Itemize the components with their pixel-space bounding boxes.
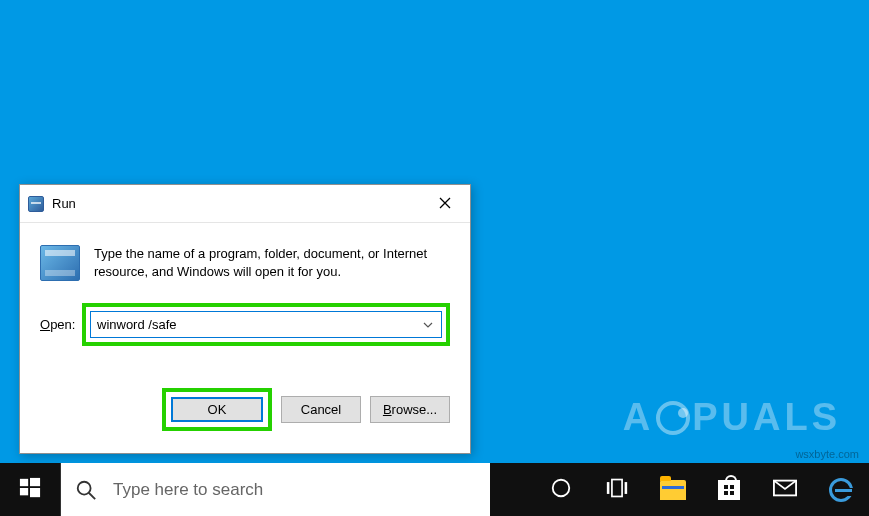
folder-icon (660, 480, 686, 500)
windows-logo-icon (19, 477, 41, 502)
button-row: OK Cancel Browse... (40, 388, 450, 431)
titlebar[interactable]: Run (20, 185, 470, 223)
watermark-right: PUALS (692, 396, 841, 439)
mail-icon (773, 476, 797, 503)
search-box[interactable]: Type here to search (60, 463, 490, 516)
run-large-icon (40, 245, 80, 281)
svg-rect-13 (730, 491, 734, 495)
svg-rect-2 (20, 488, 28, 495)
watermark-o-icon (656, 401, 690, 435)
svg-rect-8 (612, 480, 622, 497)
cancel-button[interactable]: Cancel (281, 396, 361, 423)
edge-browser-button[interactable] (813, 463, 869, 516)
window-title: Run (52, 196, 76, 211)
microsoft-store-button[interactable] (701, 463, 757, 516)
taskbar: Type here to search (0, 463, 869, 516)
run-description: Type the name of a program, folder, docu… (94, 245, 450, 281)
ok-button-highlight: OK (162, 388, 272, 431)
dialog-body: Type the name of a program, folder, docu… (20, 223, 470, 431)
close-icon (439, 195, 451, 212)
svg-rect-0 (20, 479, 28, 486)
svg-rect-11 (730, 485, 734, 489)
search-icon (75, 479, 97, 501)
open-label: Open: (40, 317, 82, 332)
search-placeholder: Type here to search (113, 480, 263, 500)
mail-button[interactable] (757, 463, 813, 516)
svg-point-6 (553, 480, 570, 497)
svg-point-4 (78, 481, 91, 494)
browse-button[interactable]: Browse... (370, 396, 450, 423)
run-dialog: Run Type the name of a program, folder, … (19, 184, 471, 454)
svg-rect-12 (724, 491, 728, 495)
watermark: A PUALS (623, 396, 841, 439)
edge-icon (829, 478, 853, 502)
store-bag-icon (718, 480, 740, 500)
open-combobox[interactable] (90, 311, 442, 338)
run-app-icon (28, 196, 44, 212)
svg-rect-9 (625, 482, 628, 494)
file-explorer-button[interactable] (645, 463, 701, 516)
svg-rect-3 (30, 488, 40, 497)
watermark-left: A (623, 396, 654, 439)
svg-rect-7 (607, 482, 610, 494)
task-view-button[interactable] (589, 463, 645, 516)
open-input[interactable] (97, 317, 419, 332)
cortana-icon (550, 477, 572, 502)
svg-rect-1 (30, 478, 40, 486)
svg-rect-10 (724, 485, 728, 489)
start-button[interactable] (0, 463, 60, 516)
cortana-button[interactable] (533, 463, 589, 516)
close-button[interactable] (420, 185, 470, 223)
watermark-sub: wsxbyte.com (795, 448, 859, 460)
svg-line-5 (89, 492, 95, 498)
open-field-highlight (82, 303, 450, 346)
ok-button[interactable]: OK (171, 397, 263, 422)
task-view-icon (606, 477, 628, 502)
chevron-down-icon[interactable] (419, 312, 437, 337)
